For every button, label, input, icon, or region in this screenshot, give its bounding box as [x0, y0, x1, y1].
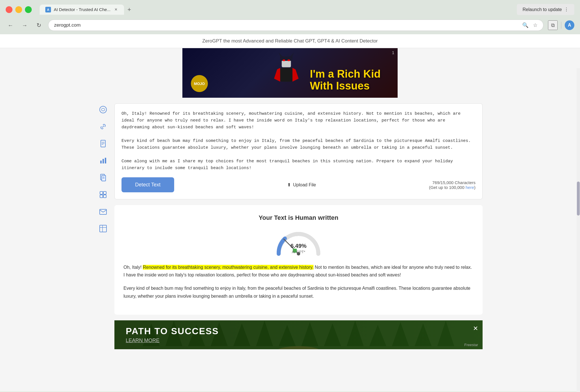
sidebar-icon-grid[interactable]	[97, 188, 109, 201]
profile-button[interactable]: A	[565, 20, 574, 30]
results-section: Your Text is Human written	[114, 205, 483, 315]
address-bar[interactable]: zerogpt.com 🔍 ☆	[48, 20, 543, 31]
ad-title: I'm a Rich KidWith Issues	[310, 68, 381, 92]
sidebar-icon-link[interactable]	[97, 120, 109, 133]
char-upgrade-link[interactable]: here	[466, 185, 474, 190]
browser-actions: ⧉ A	[548, 20, 574, 30]
relaunch-button[interactable]: Relaunch to update ⋮	[517, 4, 574, 15]
results-paragraph-1: Oh, Italy! Renowned for its breathtaking…	[123, 263, 474, 279]
corner-number: 1	[392, 50, 394, 55]
ad-bottom-content: PATH To SUCCESS LEARN MORE	[126, 326, 219, 344]
relaunch-label: Relaunch to update	[523, 7, 562, 12]
main-layout: Oh, Italy! Renowned for its breathtaking…	[92, 98, 488, 355]
mojo-badge: MOJO	[191, 75, 208, 92]
upload-file-button[interactable]: ⬆ Upload File	[287, 182, 316, 188]
maximize-traffic-light[interactable]	[25, 6, 32, 13]
svg-rect-0	[280, 68, 292, 82]
svg-rect-21	[100, 191, 103, 194]
ad-learn-more-link[interactable]: LEARN MORE	[126, 338, 219, 344]
sidebar-icon-table[interactable]	[97, 222, 109, 235]
main-content-area: Oh, Italy! Renowned for its breathtaking…	[114, 98, 483, 355]
browser-right-actions: Relaunch to update ⋮	[517, 4, 574, 15]
svg-rect-16	[105, 158, 106, 163]
svg-rect-2	[280, 57, 292, 61]
address-text: zerogpt.com	[54, 22, 519, 28]
text-editor-container: Oh, Italy! Renowned for its breathtaking…	[114, 103, 483, 199]
svg-rect-26	[100, 225, 106, 232]
gauge-wrapper: 6.49% AI GPT*	[273, 228, 324, 257]
svg-rect-15	[103, 159, 104, 163]
tab-close-button[interactable]: ✕	[113, 7, 118, 12]
sidebar-icon-file[interactable]	[97, 171, 109, 184]
svg-marker-7	[274, 68, 280, 82]
detect-text-button[interactable]: Detect Text	[121, 177, 174, 192]
char-count: 769/15,000 Characters (Get up to 100,000…	[429, 180, 475, 190]
sidebar	[92, 98, 114, 240]
svg-rect-10	[101, 140, 105, 147]
results-text: Oh, Italy! Renowned for its breathtaking…	[123, 263, 474, 300]
page-subtitle: ZeroGPT the most Advanced and Reliable C…	[0, 34, 580, 48]
forward-button[interactable]: →	[20, 20, 29, 30]
address-bar-icons: 🔍 ☆	[522, 22, 538, 28]
results-title: Your Text is Human written	[123, 214, 474, 221]
ad-character-icon	[268, 51, 305, 88]
sidebar-icon-chart[interactable]	[97, 154, 109, 167]
tab-favicon: A	[45, 7, 51, 12]
ad-path-title: PATH To SUCCESS	[126, 326, 219, 336]
close-traffic-light[interactable]	[6, 6, 12, 13]
highlighted-text: Renowned for its breathtaking scenery, m…	[143, 265, 313, 270]
sidebar-icon-email[interactable]	[97, 205, 109, 218]
svg-rect-6	[287, 59, 290, 61]
relaunch-chevron-icon: ⋮	[564, 7, 569, 12]
gauge-container: 6.49% AI GPT*	[123, 228, 474, 257]
sidebar-icon-document[interactable]	[97, 137, 109, 150]
results-paragraph-2: Every kind of beach bum may find somethi…	[123, 284, 474, 300]
upload-icon: ⬆	[287, 182, 291, 188]
ad-text-overlay: I'm a Rich KidWith Issues	[310, 68, 381, 92]
bookmark-icon[interactable]: ☆	[533, 22, 538, 28]
svg-rect-14	[100, 161, 102, 163]
svg-marker-8	[293, 68, 299, 82]
text-editor[interactable]: Oh, Italy! Renowned for its breathtaking…	[121, 110, 475, 172]
svg-rect-24	[103, 195, 106, 198]
scrollbar-thumb[interactable]	[577, 182, 580, 216]
minimize-traffic-light[interactable]	[15, 6, 22, 13]
svg-rect-22	[103, 191, 106, 194]
tab-title: AI Detector - Trusted AI Che...	[54, 7, 110, 12]
divider	[561, 22, 561, 29]
tab-bar: A AI Detector - Trusted AI Che... ✕ +	[40, 5, 513, 15]
svg-point-9	[100, 106, 106, 113]
back-button[interactable]: ←	[6, 20, 15, 30]
ad-close-button[interactable]: ✕	[473, 325, 478, 332]
ad-banner-top: I'm a Rich KidWith Issues MOJO 1	[182, 48, 398, 98]
gauge-label: 6.49% AI GPT*	[291, 243, 307, 254]
sidebar-icon-brain[interactable]	[97, 103, 109, 116]
page-content: ZeroGPT the most Advanced and Reliable C…	[0, 34, 580, 391]
browser-chrome: A AI Detector - Trusted AI Che... ✕ + Re…	[0, 0, 580, 34]
avatar-letter: A	[568, 23, 571, 28]
refresh-button[interactable]: ↻	[34, 20, 44, 30]
editor-actions: Detect Text ⬆ Upload File 769/15,000 Cha…	[121, 177, 475, 192]
scrollbar[interactable]	[577, 68, 580, 392]
extensions-button[interactable]: ⧉	[548, 20, 558, 30]
svg-rect-5	[283, 59, 285, 61]
new-tab-button[interactable]: +	[124, 5, 135, 14]
traffic-lights	[6, 6, 32, 13]
svg-rect-23	[100, 195, 103, 198]
ad-banner-bottom: PATH To SUCCESS LEARN MORE ✕ Freestar	[114, 320, 483, 349]
ad-freestar-label: Freestar	[464, 343, 478, 347]
search-icon[interactable]: 🔍	[522, 22, 528, 28]
titlebar: A AI Detector - Trusted AI Che... ✕ + Re…	[0, 0, 580, 17]
active-tab[interactable]: A AI Detector - Trusted AI Che... ✕	[40, 5, 124, 15]
address-bar-row: ← → ↻ zerogpt.com 🔍 ☆ ⧉ A	[0, 17, 580, 34]
